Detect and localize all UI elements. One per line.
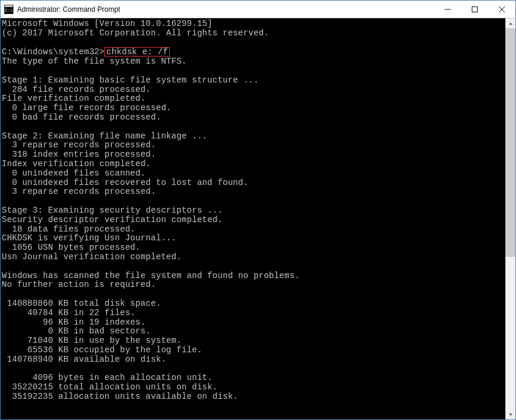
- output-line: 0 unindexed files scanned.: [2, 168, 146, 178]
- terminal-output[interactable]: Microsoft Windows [Version 10.0.16299.15…: [1, 18, 505, 419]
- output-line: Index verification completed.: [2, 159, 151, 168]
- content-area: Microsoft Windows [Version 10.0.16299.15…: [1, 18, 515, 419]
- output-line: CHKDSK is verifying Usn Journal...: [2, 233, 176, 243]
- output-line: 3 reparse records processed.: [2, 140, 156, 150]
- output-line: 0 unindexed files recovered to lost and …: [2, 178, 248, 187]
- output-line: Stage 2: Examining file name linkage ...: [2, 131, 208, 141]
- window-title: Administrator: Command Prompt: [17, 5, 434, 14]
- output-line: 1056 USN bytes processed.: [2, 243, 140, 252]
- highlighted-command: chkdsk e: /f: [104, 47, 170, 57]
- output-line: Stage 3: Examining security descriptors …: [2, 206, 223, 215]
- output-line: 71040 KB in use by the system.: [2, 336, 182, 345]
- vertical-scrollbar[interactable]: [505, 18, 515, 419]
- output-line: 4096 bytes in each allocation unit.: [2, 373, 212, 382]
- output-line: 140768940 KB available on disk.: [2, 355, 166, 364]
- output-line: 65536 KB occupied by the log file.: [2, 345, 202, 355]
- output-line: The type of the file system is NTFS.: [2, 57, 187, 66]
- output-line: 140880860 KB total disk space.: [2, 299, 161, 308]
- output-line: 35192235 allocation units available on d…: [2, 392, 238, 401]
- output-line: 96 KB in 19 indexes.: [2, 318, 146, 327]
- output-line: 0 bad file records processed.: [2, 113, 161, 122]
- output-line: Windows has scanned the file system and …: [2, 271, 300, 280]
- output-line: (c) 2017 Microsoft Corporation. All righ…: [2, 28, 269, 38]
- output-line: 318 index entries processed.: [2, 150, 156, 159]
- svg-text:C:\: C:\: [5, 8, 13, 13]
- output-line: Security descriptor verification complet…: [2, 215, 223, 224]
- output-line: 40784 KB in 22 files.: [2, 308, 136, 318]
- titlebar[interactable]: C:\ Administrator: Command Prompt: [1, 1, 515, 18]
- command-prompt-window: C:\ Administrator: Command Prompt Micros…: [0, 0, 516, 420]
- output-line: 18 data files processed.: [2, 224, 136, 234]
- close-button[interactable]: [488, 1, 515, 18]
- output-line: 0 KB in bad sectors.: [2, 326, 151, 336]
- output-line: 0 large file records processed.: [2, 103, 172, 113]
- output-line: 35220215 total allocation units on disk.: [2, 382, 218, 392]
- output-line: File verification completed.: [2, 94, 146, 103]
- scroll-up-arrow[interactable]: [505, 18, 515, 28]
- output-line: No further action is required.: [2, 280, 156, 289]
- scrollbar-track[interactable]: [505, 28, 515, 409]
- output-line: 284 file records processed.: [2, 85, 151, 94]
- svg-rect-1: [5, 5, 13, 7]
- scroll-down-arrow[interactable]: [505, 409, 515, 419]
- output-line: Usn Journal verification completed.: [2, 252, 182, 262]
- minimize-button[interactable]: [434, 1, 461, 18]
- prompt: C:\Windows\system32>: [2, 47, 104, 57]
- output-line: Stage 1: Examining basic file system str…: [2, 75, 259, 85]
- svg-rect-4: [472, 6, 478, 12]
- maximize-button[interactable]: [461, 1, 488, 18]
- output-line: 3 reparse records processed.: [2, 187, 156, 196]
- window-controls: [434, 1, 515, 18]
- output-line: Microsoft Windows [Version 10.0.16299.15…: [2, 19, 212, 28]
- scrollbar-thumb[interactable]: [505, 28, 515, 257]
- cmd-icon: C:\: [4, 5, 14, 14]
